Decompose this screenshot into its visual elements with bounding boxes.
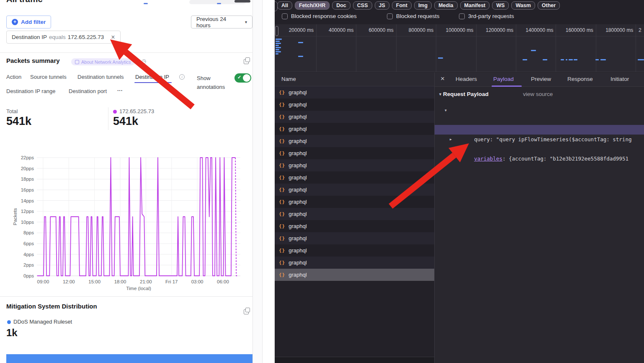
request-row[interactable]: {}graphql [275, 111, 434, 123]
request-row[interactable]: {}graphql [275, 196, 434, 208]
checkbox-3rd-party-requests[interactable]: 3rd-party requests [459, 13, 514, 19]
filter-pill-ws[interactable]: WS [492, 1, 509, 10]
payload-line-variables[interactable]: ▶ variables: {accountTag: "b12e3b2192ee5… [435, 135, 644, 144]
packets-summary-title: Packets summary [6, 57, 60, 64]
view-source-link[interactable]: view source [523, 91, 553, 97]
plus-icon: + [12, 19, 18, 25]
payload-tab-preview[interactable]: Preview [531, 76, 551, 82]
tab-destination-port[interactable]: Destination port [69, 88, 107, 94]
add-filter-button[interactable]: + Add filter [6, 16, 51, 29]
payload-key: variables [453, 154, 502, 163]
json-icon: {} [279, 187, 285, 192]
checkbox-blocked-requests[interactable]: Blocked requests [387, 13, 440, 19]
popout-icon[interactable] [244, 59, 249, 64]
x-tick-label: 15:00 [88, 279, 100, 284]
filter-pill-css[interactable]: CSS [353, 1, 372, 10]
name-header-label: Name [281, 76, 296, 82]
request-row[interactable]: {}graphql [275, 123, 434, 135]
total-label: Total [6, 108, 18, 114]
ruler-tick-label: 400000 ms [312, 27, 353, 33]
mitigation-legend-label: DDoS Managed Ruleset [13, 319, 72, 325]
request-row-selected[interactable]: {}graphql [275, 269, 434, 281]
request-payload-title: Request Payload [443, 91, 489, 97]
request-row[interactable]: {}graphql [275, 86, 434, 99]
y-tick-label: 2pps [23, 262, 34, 267]
filter-pill-js[interactable]: JS [375, 1, 389, 10]
filter-pill-img[interactable]: Img [414, 1, 432, 10]
filter-chip[interactable]: Destination IP equals 172.65.225.73 × [6, 31, 121, 44]
active-payload-tab-underline [492, 86, 522, 87]
packets-timeseries-chart: 0pps2pps4pps6pps8pps10pps12pps14pps16pps… [8, 152, 252, 291]
request-name: graphql [289, 247, 307, 254]
request-row[interactable]: {}graphql [275, 147, 434, 159]
request-name: graphql [289, 223, 307, 229]
collapse-triangle-icon[interactable]: ▼ [438, 92, 442, 96]
filter-pill-all[interactable]: All [277, 1, 292, 10]
request-timing-marker [276, 43, 281, 44]
checkbox-icon[interactable] [282, 13, 288, 19]
request-row[interactable]: {}graphql [275, 99, 434, 111]
tab-destination-tunnels[interactable]: Destination tunnels [77, 74, 124, 80]
network-timeline-overview[interactable]: 200000 ms400000 ms600000 ms800000 ms1000… [275, 24, 644, 72]
payload-line-root[interactable]: ▼ {operationName: "ipFlowTimeseries", va… [435, 106, 644, 115]
request-name: graphql [289, 235, 307, 241]
request-row[interactable]: {}graphql [275, 135, 434, 147]
payload-tab-payload[interactable]: Payload [493, 76, 514, 82]
request-timing-marker [566, 59, 567, 60]
request-timing-marker [531, 50, 536, 51]
series-legend-dot [113, 110, 117, 114]
filter-pill-manifest[interactable]: Manifest [460, 1, 490, 10]
checkbox-blocked-response-cookies[interactable]: Blocked response cookies [282, 13, 357, 19]
request-row[interactable]: {}graphql [275, 220, 434, 232]
request-row[interactable]: {}graphql [275, 184, 434, 196]
ruler-tick-label: 1400000 ms [511, 27, 553, 33]
close-icon[interactable]: × [440, 75, 445, 83]
clipped-blue-fragment [144, 3, 148, 4]
filter-pill-fetch-xhr[interactable]: Fetch/XHR [295, 1, 330, 10]
x-tick-label: Fri 17 [165, 279, 178, 284]
ruler-gridline [636, 24, 636, 72]
active-tab-underline [134, 82, 172, 83]
payload-tab-response[interactable]: Response [567, 76, 593, 82]
json-icon: {} [279, 211, 285, 217]
request-name: graphql [289, 187, 307, 193]
request-row[interactable]: {}graphql [275, 208, 434, 220]
more-tabs-icon[interactable]: ··· [117, 87, 123, 93]
collapsed-triangle-icon[interactable]: ▶ [450, 135, 452, 144]
popout-icon[interactable] [244, 309, 249, 314]
request-row[interactable]: {}graphql [275, 171, 434, 184]
about-network-analytics-badge[interactable]: About Network Analytics [71, 58, 135, 65]
x-tick-label: 03:00 [191, 279, 204, 284]
name-column-header[interactable]: Name [275, 73, 434, 86]
filter-pill-media[interactable]: Media [434, 1, 457, 10]
payload-line-query[interactable]: query: "query ipFlowTimeseries($accountT… [435, 125, 644, 135]
request-row[interactable]: {}graphql [275, 244, 434, 257]
expanded-triangle-icon[interactable]: ▼ [445, 106, 447, 115]
panel-scrollbar[interactable] [252, 0, 263, 363]
tab-destination-ip-range[interactable]: Destination IP range [6, 88, 56, 94]
filter-pill-doc[interactable]: Doc [332, 1, 350, 10]
payload-tab-headers[interactable]: Headers [456, 76, 477, 82]
info-icon[interactable]: i [179, 74, 185, 80]
filter-pill-other[interactable]: Other [538, 1, 560, 10]
remove-filter-icon[interactable]: × [111, 34, 115, 41]
payload-tab-initiator[interactable]: Initiator [611, 76, 629, 82]
payload-line-operation-name[interactable]: operationName: "ipFlowTimeseries" [435, 115, 644, 125]
filter-field: Destination IP [12, 34, 47, 40]
request-row[interactable]: {}graphql [275, 159, 434, 171]
tab-source-tunnels[interactable]: Source tunnels [30, 74, 67, 80]
filter-pill-wasm[interactable]: Wasm [511, 1, 535, 10]
checkbox-icon[interactable] [387, 13, 393, 19]
show-annotations-toggle[interactable]: ✓ [234, 73, 251, 83]
tab-destination-ip[interactable]: Destination IP [135, 74, 169, 80]
filter-pill-font[interactable]: Font [392, 1, 412, 10]
request-timing-marker [561, 59, 564, 60]
request-row[interactable]: {}graphql [275, 232, 434, 244]
json-icon: {} [279, 163, 285, 168]
series-label: 172.65.225.73 [119, 108, 154, 114]
time-range-dropdown[interactable]: Previous 24 hours ▾ [191, 16, 252, 29]
checkbox-icon[interactable] [459, 13, 465, 19]
request-row[interactable]: {}graphql [275, 257, 434, 269]
tab-action[interactable]: Action [6, 74, 21, 80]
json-icon: {} [279, 114, 285, 119]
